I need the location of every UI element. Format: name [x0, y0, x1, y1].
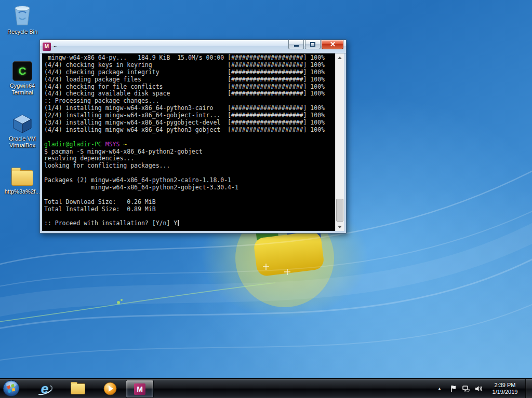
terminal-line: looking for conflicting packages... [44, 162, 335, 170]
terminal-line: (4/4) installing mingw-w64-x86_64-python… [44, 127, 335, 134]
terminal-line: (2/4) installing mingw-w64-x86_64-gobjec… [44, 112, 335, 119]
terminal-line: Total Download Size: 0.26 MiB [44, 199, 335, 206]
taskbar-explorer-button[interactable] [71, 381, 85, 396]
terminal-line: (4/4) loading package files [###########… [44, 76, 335, 84]
explorer-folder-icon [71, 383, 85, 394]
speaker-icon [474, 385, 483, 393]
scroll-up-button[interactable] [336, 53, 344, 62]
terminal-line: (4/4) checking keys in keyring [########… [44, 62, 335, 69]
window-body: mingw-w64-x86_64-py... 184.9 KiB 15.0M/s… [42, 53, 344, 231]
virtualbox-cube-icon [2, 110, 43, 134]
terminal-line: :: Proceed with installation? [Y/n] Y [44, 220, 335, 227]
cygwin-terminal-icon: C [2, 57, 43, 81]
terminal-line: Packages (2) mingw-w64-x86_64-python2-ca… [44, 177, 335, 184]
desktop-icon-label: http%3a%2f... [2, 188, 43, 195]
arrow-up-icon [338, 57, 342, 59]
terminal-line [44, 170, 335, 177]
scrollbar-thumb[interactable] [336, 199, 343, 222]
terminal-line: (3/4) installing mingw-w64-x86_64-pygobj… [44, 119, 335, 127]
mintty-window: M ~ mingw-w64-x86_64-py... 184.9 KiB 15.… [39, 39, 347, 234]
recycle-bin-icon [2, 3, 43, 27]
taskbar-clock[interactable]: 2:39 PM 1/19/2019 [490, 382, 520, 395]
windows-flag-icon [3, 380, 20, 397]
clock-date: 1/19/2019 [490, 389, 520, 395]
terminal-line: (4/4) checking for file conflicts [#####… [44, 84, 335, 91]
tray-overflow-button[interactable]: ▲ [435, 387, 444, 390]
network-icon [462, 385, 470, 393]
terminal-line: $ pacman -S mingw-w64-x86_64-python2-gob… [44, 148, 335, 156]
volume-button[interactable] [474, 384, 483, 393]
action-center-button[interactable] [449, 384, 458, 393]
arrow-down-icon [338, 226, 342, 228]
desktop-icon-label: Oracle VM VirtualBox [2, 135, 43, 149]
start-button[interactable] [3, 380, 20, 397]
terminal-output[interactable]: mingw-w64-x86_64-py... 184.9 KiB 15.0M/s… [42, 53, 335, 231]
desktop-icon-label: Recycle Bin [2, 29, 43, 35]
minimize-button[interactable] [288, 40, 304, 49]
taskbar: e M ▲ [0, 378, 532, 398]
desktop-icon-recycle-bin[interactable]: Recycle Bin [2, 3, 43, 35]
maximize-icon [310, 42, 315, 47]
window-titlebar[interactable]: M ~ [40, 40, 346, 53]
desktop-icon-http-folder[interactable]: http%3a%2f... [2, 163, 43, 195]
taskbar-wmp-button[interactable] [103, 381, 117, 396]
clock-time: 2:39 PM [490, 382, 520, 389]
terminal-line [44, 191, 335, 199]
taskbar-ie-button[interactable]: e [37, 381, 52, 396]
window-title: ~ [54, 43, 57, 50]
desktop-icon-virtualbox[interactable]: Oracle VM VirtualBox [2, 110, 43, 149]
terminal-line: Total Installed Size: 0.89 MiB [44, 206, 335, 213]
terminal-scrollbar[interactable] [335, 53, 344, 231]
msys-taskbar-icon: M [134, 383, 145, 395]
flag-icon [449, 385, 458, 393]
terminal-line [44, 213, 335, 221]
network-status-button[interactable] [461, 384, 471, 393]
media-player-icon [103, 382, 117, 395]
terminal-line: (1/4) installing mingw-w64-x86_64-python… [44, 105, 335, 112]
maximize-button[interactable] [305, 40, 321, 49]
msys-window-icon: M [43, 43, 51, 51]
terminal-line: :: Processing package changes... [44, 98, 335, 105]
terminal-line: mingw-w64-x86_64-python2-gobject-3.30.4-… [44, 184, 335, 191]
desktop-icon-cygwin64-terminal[interactable]: C Cygwin64 Terminal [2, 57, 43, 96]
terminal-line: gladir@gladir-PC MSYS ~ [44, 141, 335, 148]
terminal-line: resolving dependencies... [44, 155, 335, 162]
terminal-line: (4/4) checking package integrity [######… [44, 69, 335, 76]
window-controls [288, 40, 343, 49]
show-desktop-button[interactable] [525, 379, 532, 398]
close-button[interactable] [322, 40, 343, 49]
terminal-line [44, 134, 335, 141]
taskbar-msys-button[interactable]: M [126, 380, 154, 398]
terminal-cursor [178, 220, 179, 226]
terminal-line: (4/4) checking available disk space [###… [44, 90, 335, 98]
terminal-line: mingw-w64-x86_64-py... 184.9 KiB 15.0M/s… [44, 54, 335, 62]
minimize-icon [294, 45, 299, 47]
system-tray: ▲ 2:39 PM 1/19/2019 [435, 379, 532, 398]
scroll-down-button[interactable] [336, 223, 344, 231]
desktop-icon-label: Cygwin64 Terminal [2, 83, 43, 96]
folder-icon [2, 163, 43, 187]
